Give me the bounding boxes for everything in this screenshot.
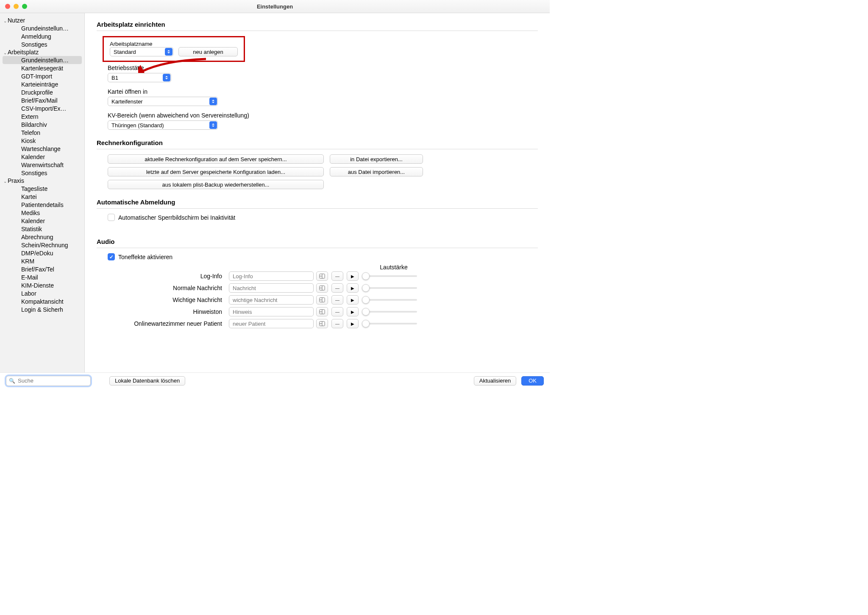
- sidebar-item-labor[interactable]: Labor: [0, 289, 84, 297]
- button-clear-sound-log-info[interactable]: [331, 271, 343, 281]
- sidebar-item-dmp-edoku[interactable]: DMP/eDoku: [0, 249, 84, 257]
- sidebar-item-nutzer-grundeinstellungen[interactable]: Grundeinstellun…: [0, 24, 84, 32]
- sidebar-item-bildarchiv[interactable]: Bildarchiv: [0, 120, 84, 129]
- sidebar-item-warenwirtschaft[interactable]: Warenwirtschaft: [0, 161, 84, 169]
- sidebar-item-kim-dienste[interactable]: KIM-Dienste: [0, 281, 84, 289]
- slider-volume-hinweiston[interactable]: [362, 311, 417, 313]
- sidebar-item-kalender-ap[interactable]: Kalender: [0, 153, 84, 161]
- sidebar-item-brief-fax-tel[interactable]: Brief/Fax/Tel: [0, 265, 84, 273]
- select-kv-value: Thüringen (Standard): [111, 122, 164, 129]
- input-audio-normale-nachricht[interactable]: [229, 283, 314, 293]
- button-rechner-plist[interactable]: aus lokalem plist-Backup wiederherstelle…: [108, 180, 324, 189]
- button-ok[interactable]: OK: [521, 376, 544, 386]
- sidebar-item-brief-fax-mail[interactable]: Brief/Fax/Mail: [0, 96, 84, 104]
- sidebar-item-telefon[interactable]: Telefon: [0, 129, 84, 137]
- button-play-sound-hinweiston[interactable]: [347, 307, 359, 316]
- search-icon: 🔍: [9, 378, 15, 384]
- search-input[interactable]: [18, 377, 89, 384]
- sidebar-item-login-sicherheit[interactable]: Login & Sicherh: [0, 305, 84, 313]
- select-betriebsstaette[interactable]: B1: [108, 73, 171, 82]
- select-caret-icon: [163, 74, 170, 81]
- button-clear-sound-wichtige-nachricht[interactable]: [331, 295, 343, 305]
- slider-volume-wichtige-nachricht[interactable]: [362, 299, 417, 301]
- chevron-down-icon: ⌄: [3, 50, 7, 55]
- label-audio-owz: Onlinewartezimmer neuer Patient: [108, 320, 226, 327]
- sidebar-item-statistik[interactable]: Statistik: [0, 225, 84, 233]
- sidebar-item-mediks[interactable]: Mediks: [0, 209, 84, 217]
- button-play-sound-owz[interactable]: [347, 319, 359, 328]
- sidebar-item-krm[interactable]: KRM: [0, 257, 84, 265]
- search-input-wrapper[interactable]: 🔍: [6, 376, 91, 386]
- input-audio-owz[interactable]: [229, 319, 314, 328]
- sidebar-item-kartei[interactable]: Kartei: [0, 193, 84, 201]
- button-lokale-datenbank-loeschen[interactable]: Lokale Datenbank löschen: [109, 376, 185, 386]
- sidebar-item-kartenlesegeraet[interactable]: Kartenlesegerät: [0, 64, 84, 72]
- label-toneffekte: Toneffekte aktivieren: [118, 254, 172, 260]
- sidebar-item-kompaktansicht[interactable]: Kompaktansicht: [0, 297, 84, 305]
- sidebar-item-tagesliste[interactable]: Tagesliste: [0, 184, 84, 193]
- slider-volume-owz[interactable]: [362, 323, 417, 324]
- button-play-sound-wichtige-nachricht[interactable]: [347, 295, 359, 305]
- button-play-sound-normale-nachricht[interactable]: [347, 283, 359, 293]
- sidebar-item-druckprofile[interactable]: Druckprofile: [0, 88, 84, 96]
- select-betriebsstaette-value: B1: [111, 75, 118, 81]
- sidebar-item-email[interactable]: E-Mail: [0, 273, 84, 281]
- button-rechner-speichern[interactable]: aktuelle Rechnerkonfiguration auf dem Se…: [108, 154, 324, 164]
- footer: 🔍 Lokale Datenbank löschen Aktualisieren…: [0, 372, 550, 389]
- input-audio-wichtige-nachricht[interactable]: [229, 295, 314, 305]
- label-arbeitsplatzname: Arbeitsplatzname: [110, 41, 152, 47]
- button-pick-sound-hinweiston[interactable]: [316, 307, 328, 316]
- sidebar-item-extern[interactable]: Extern: [0, 112, 84, 120]
- button-neu-anlegen[interactable]: neu anlegen: [178, 47, 238, 56]
- section-heading-rechner: Rechnerkonfiguration: [97, 139, 538, 146]
- select-arbeitsplatzname[interactable]: Standard: [110, 47, 173, 56]
- sidebar-group-arbeitsplatz[interactable]: ⌄Arbeitsplatz: [0, 48, 84, 56]
- sidebar-item-gdt-import[interactable]: GDT-Import: [0, 72, 84, 80]
- sidebar-item-arbeitsplatz-grundeinstellungen[interactable]: Grundeinstellun…: [3, 56, 82, 64]
- input-audio-log-info[interactable]: [229, 271, 314, 281]
- button-rechner-laden[interactable]: letzte auf dem Server gespeicherte Konfi…: [108, 167, 324, 176]
- label-kartei-oeffnen: Kartei öffnen in: [108, 88, 538, 95]
- sidebar-item-schein-rechnung[interactable]: Schein/Rechnung: [0, 241, 84, 249]
- button-clear-sound-owz[interactable]: [331, 319, 343, 328]
- sidebar-item-patientendetails[interactable]: Patientendetails: [0, 201, 84, 209]
- sidebar-item-nutzer-sonstiges[interactable]: Sonstiges: [0, 40, 84, 48]
- label-audio-hinweiston: Hinweiston: [108, 308, 226, 315]
- button-clear-sound-hinweiston[interactable]: [331, 307, 343, 316]
- sidebar-item-karteieintraege[interactable]: Karteieinträge: [0, 80, 84, 88]
- select-kartei-oeffnen[interactable]: Karteifenster: [108, 97, 218, 106]
- button-pick-sound-wichtige-nachricht[interactable]: [316, 295, 328, 305]
- chevron-down-icon: ⌄: [3, 179, 7, 184]
- titlebar: Einstellungen: [0, 0, 550, 13]
- button-aktualisieren[interactable]: Aktualisieren: [474, 376, 516, 386]
- slider-volume-normale-nachricht[interactable]: [362, 287, 417, 289]
- section-heading-abmeldung: Automatische Abmeldung: [97, 198, 538, 206]
- button-play-sound-log-info[interactable]: [347, 271, 359, 281]
- select-caret-icon: [165, 48, 172, 56]
- button-clear-sound-normale-nachricht[interactable]: [331, 283, 343, 293]
- sidebar-group-praxis[interactable]: ⌄Praxis: [0, 177, 84, 184]
- label-sperrbildschirm: Automatischer Sperrbildschirm bei Inakti…: [118, 214, 235, 221]
- label-audio-wichtige-nachricht: Wichtige Nachricht: [108, 296, 226, 303]
- checkbox-sperrbildschirm[interactable]: [108, 214, 115, 221]
- input-audio-hinweiston[interactable]: [229, 307, 314, 316]
- sidebar-item-csv-import-export[interactable]: CSV-Import/Ex…: [0, 104, 84, 112]
- sidebar-item-kiosk[interactable]: Kiosk: [0, 137, 84, 145]
- sidebar-item-abrechnung[interactable]: Abrechnung: [0, 233, 84, 241]
- sidebar-group-nutzer[interactable]: ⌄Nutzer: [0, 17, 84, 24]
- button-pick-sound-normale-nachricht[interactable]: [316, 283, 328, 293]
- sidebar-item-kalender-praxis[interactable]: Kalender: [0, 217, 84, 225]
- sidebar-item-arbeitsplatz-sonstiges[interactable]: Sonstiges: [0, 169, 84, 177]
- slider-volume-log-info[interactable]: [362, 275, 417, 277]
- checkbox-toneffekte[interactable]: [108, 253, 115, 260]
- button-rechner-import[interactable]: aus Datei importieren...: [330, 167, 423, 176]
- button-pick-sound-log-info[interactable]: [316, 271, 328, 281]
- button-pick-sound-owz[interactable]: [316, 319, 328, 328]
- sidebar: ⌄Nutzer Grundeinstellun… Anmeldung Sonst…: [0, 13, 85, 372]
- divider: [97, 31, 538, 31]
- label-lautstaerke: Lautstärke: [362, 264, 426, 271]
- sidebar-item-warteschlange[interactable]: Warteschlange: [0, 145, 84, 153]
- sidebar-item-anmeldung[interactable]: Anmeldung: [0, 32, 84, 40]
- select-kv-bereich[interactable]: Thüringen (Standard): [108, 120, 218, 130]
- button-rechner-export[interactable]: in Datei exportieren...: [330, 154, 423, 164]
